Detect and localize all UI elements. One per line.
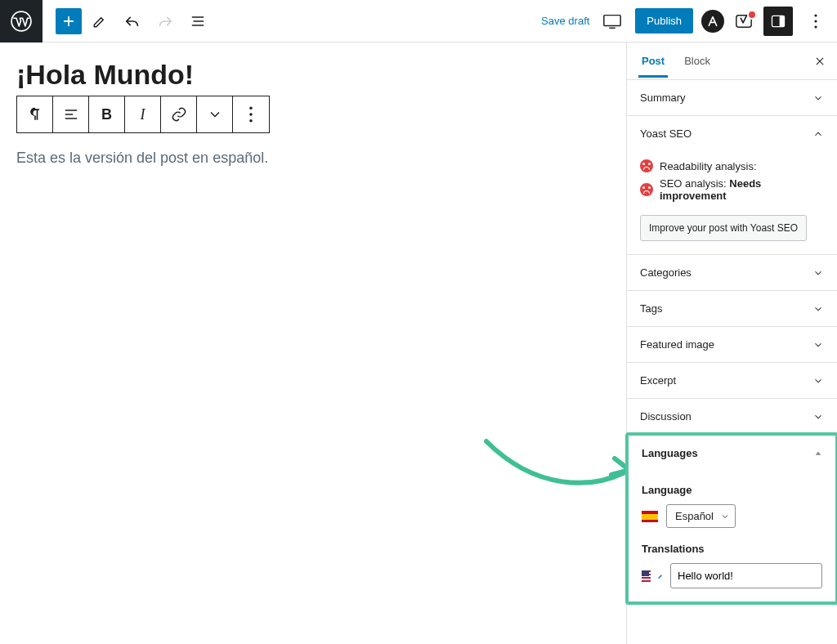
language-label: Language: [642, 484, 822, 496]
tab-post[interactable]: Post: [632, 45, 674, 77]
align-button[interactable]: [53, 96, 89, 132]
panel-featured-label: Featured image: [640, 338, 714, 351]
svg-point-5: [814, 14, 817, 16]
plus-icon: [61, 14, 76, 29]
panel-languages-label: Languages: [642, 447, 698, 459]
chevron-down-icon: [812, 92, 824, 104]
list-icon: [190, 13, 206, 29]
italic-icon: I: [141, 106, 145, 123]
block-type-button[interactable]: [17, 96, 53, 132]
pencil-icon[interactable]: [657, 570, 664, 583]
block-options-button[interactable]: [233, 96, 269, 132]
panel-excerpt[interactable]: Excerpt: [627, 363, 837, 399]
svg-rect-4: [780, 16, 785, 26]
wordpress-icon: [11, 11, 32, 32]
svg-rect-1: [604, 15, 620, 25]
undo-button[interactable]: [118, 7, 147, 36]
language-select-value: Español: [675, 510, 714, 522]
editor-canvas[interactable]: ¡Hola Mundo! B I Esta es la versión del …: [0, 42, 626, 644]
chevron-down-icon: [812, 339, 824, 351]
tab-block[interactable]: Block: [674, 45, 720, 77]
panel-summary-label: Summary: [640, 92, 686, 104]
align-left-icon: [63, 106, 79, 123]
panel-discussion[interactable]: Discussion: [627, 399, 837, 434]
panel-excerpt-label: Excerpt: [640, 374, 676, 387]
pencil-icon: [92, 13, 108, 29]
language-select[interactable]: Español: [666, 504, 736, 528]
settings-sidebar: Post Block Summary Yoast SEO Readability…: [626, 42, 837, 644]
svg-point-6: [814, 20, 817, 22]
plugin-a-button[interactable]: [701, 10, 724, 33]
add-block-button[interactable]: [56, 8, 82, 34]
improve-yoast-button[interactable]: Improve your post with Yoast SEO: [640, 215, 807, 241]
svg-point-10: [249, 119, 253, 123]
tools-button[interactable]: [85, 7, 114, 36]
redo-icon: [156, 12, 174, 30]
preview-button[interactable]: [598, 7, 627, 36]
desktop-icon: [602, 13, 622, 29]
panel-categories-label: Categories: [640, 266, 692, 279]
kebab-icon: [814, 14, 817, 29]
kebab-icon: [243, 106, 259, 123]
translation-input[interactable]: [670, 563, 822, 588]
translations-label: Translations: [642, 543, 822, 555]
yoast-plugin-button[interactable]: [732, 10, 755, 33]
a-icon: [706, 15, 719, 28]
panel-categories[interactable]: Categories: [627, 255, 837, 291]
block-toolbar: B I: [16, 96, 270, 133]
sidebar-icon: [770, 13, 786, 29]
panel-yoast[interactable]: Yoast SEO: [627, 116, 837, 151]
readability-label: Readability analysis:: [660, 160, 757, 172]
panel-yoast-body: Readability analysis: SEO analysis: Need…: [627, 151, 837, 255]
post-title[interactable]: ¡Hola Mundo!: [16, 59, 610, 91]
settings-sidebar-toggle[interactable]: [763, 7, 793, 36]
bold-icon: B: [101, 106, 112, 123]
chevron-down-icon: [812, 267, 824, 279]
sad-face-icon: [640, 183, 653, 196]
chevron-down-icon: [720, 512, 730, 521]
svg-point-9: [249, 113, 253, 116]
bold-button[interactable]: B: [89, 96, 125, 132]
notification-dot-icon: [747, 10, 757, 20]
save-draft-button[interactable]: Save draft: [541, 15, 589, 27]
paragraph-block[interactable]: Esta es la versión del post en español.: [16, 150, 610, 167]
link-icon: [171, 106, 187, 123]
panel-featured-image[interactable]: Featured image: [627, 327, 837, 363]
panel-discussion-label: Discussion: [640, 410, 692, 423]
panel-tags[interactable]: Tags: [627, 291, 837, 327]
panel-languages-highlight: Languages Language Español Translations: [625, 432, 837, 605]
paragraph-icon: [27, 106, 43, 123]
flag-usa-icon: [642, 570, 651, 582]
document-overview-button[interactable]: [183, 7, 213, 36]
link-button[interactable]: [161, 96, 197, 132]
chevron-down-icon: [207, 106, 223, 123]
chevron-up-icon: [812, 128, 824, 140]
seo-label: SEO analysis: Needs improvement: [660, 177, 824, 202]
sidebar-tabs: Post Block: [627, 42, 837, 80]
undo-icon: [123, 12, 141, 30]
chevron-down-icon: [812, 375, 824, 387]
triangle-up-icon: [814, 449, 822, 458]
svg-point-8: [249, 106, 253, 110]
panel-languages[interactable]: Languages: [629, 436, 835, 471]
wordpress-logo[interactable]: [0, 0, 43, 42]
panel-yoast-label: Yoast SEO: [640, 127, 692, 140]
publish-button[interactable]: Publish: [635, 8, 693, 34]
chevron-down-icon: [812, 303, 824, 315]
flag-spain-icon: [642, 511, 658, 522]
editor-top-toolbar: Save draft Publish: [0, 0, 837, 42]
redo-button[interactable]: [150, 7, 180, 36]
panel-tags-label: Tags: [640, 302, 662, 315]
svg-point-7: [814, 25, 817, 28]
more-rich-text-button[interactable]: [197, 96, 233, 132]
italic-button[interactable]: I: [125, 96, 161, 132]
panel-summary[interactable]: Summary: [627, 80, 837, 116]
options-button[interactable]: [801, 7, 830, 36]
chevron-down-icon: [812, 411, 824, 423]
close-icon: [814, 56, 826, 67]
panel-languages-body: Language Español Translations: [629, 471, 835, 602]
close-sidebar-button[interactable]: [808, 49, 832, 74]
sad-face-icon: [640, 159, 653, 172]
